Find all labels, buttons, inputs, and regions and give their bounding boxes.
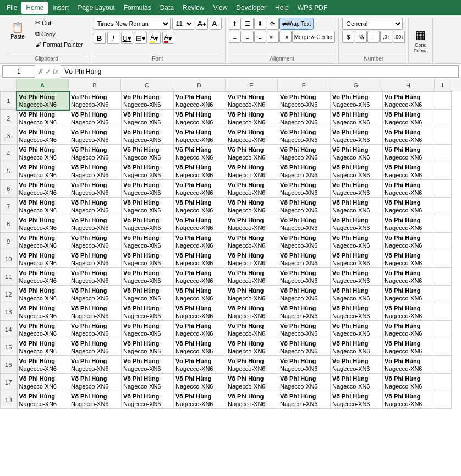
fx-icon[interactable]: fx [53,67,58,76]
col-header-I[interactable]: I [435,79,451,91]
cell-D4[interactable]: Võ Phi HùngNagecco-XN6 [174,145,226,162]
cell-G11[interactable]: Võ Phi HùngNagecco-XN6 [331,268,383,286]
cell-C4[interactable]: Võ Phi HùngNagecco-XN6 [122,145,174,162]
cell-F1[interactable]: Võ Phi HùngNagecco-XN6 [278,92,331,110]
paste-button[interactable]: 📋 Paste [7,18,29,44]
orientation-button[interactable]: ⟳ [267,18,279,30]
align-top-button[interactable]: ⬆ [229,18,241,30]
cell-H17[interactable]: Võ Phi HùngNagecco-XN6 [383,374,435,391]
cell-F13[interactable]: Võ Phi HùngNagecco-XN6 [278,303,331,321]
cell-A2[interactable]: Võ Phi HùngNagecco-XN6 [17,110,69,127]
cell-B6[interactable]: Võ Phi HùngNagecco-XN6 [69,180,122,198]
formula-input[interactable] [61,65,459,78]
font-size-decrease-button[interactable]: A- [210,18,222,30]
cell-H8[interactable]: Võ Phi HùngNagecco-XN6 [383,215,435,233]
cell-D6[interactable]: Võ Phi HùngNagecco-XN6 [174,180,226,198]
cell-A18[interactable]: Võ Phi HùngNagecco-XN6 [17,391,69,409]
align-right-button[interactable]: ≡ [254,31,266,43]
cell-C12[interactable]: Võ Phi HùngNagecco-XN6 [122,286,174,303]
cell-C18[interactable]: Võ Phi HùngNagecco-XN6 [122,391,174,409]
cell-H2[interactable]: Võ Phi HùngNagecco-XN6 [383,110,435,127]
cell-H13[interactable]: Võ Phi HùngNagecco-XN6 [383,303,435,321]
cell-B5[interactable]: Võ Phi HùngNagecco-XN6 [69,162,122,180]
cell-E6[interactable]: Võ Phi HùngNagecco-XN6 [226,180,278,198]
cell-H15[interactable]: Võ Phi HùngNagecco-XN6 [383,338,435,356]
cell-I3[interactable] [435,127,452,145]
cell-C2[interactable]: Võ Phi HùngNagecco-XN6 [122,110,174,127]
cell-F15[interactable]: Võ Phi HùngNagecco-XN6 [278,338,331,356]
cell-E18[interactable]: Võ Phi HùngNagecco-XN6 [226,391,278,409]
cell-F8[interactable]: Võ Phi HùngNagecco-XN6 [278,215,331,233]
cell-C6[interactable]: Võ Phi HùngNagecco-XN6 [122,180,174,198]
align-middle-button[interactable]: ☰ [242,18,254,30]
cell-I17[interactable] [435,374,452,391]
cell-B14[interactable]: Võ Phi HùngNagecco-XN6 [69,321,122,338]
decrease-indent-button[interactable]: ⇤ [267,31,279,43]
cell-F17[interactable]: Võ Phi HùngNagecco-XN6 [278,374,331,391]
cell-D15[interactable]: Võ Phi HùngNagecco-XN6 [174,338,226,356]
comma-button[interactable]: , [367,31,380,43]
cell-A13[interactable]: Võ Phi HùngNagecco-XN6 [17,303,69,321]
fill-color-button[interactable]: A▾ [149,32,161,44]
font-family-select[interactable]: Times New Roman [94,18,171,30]
cell-I8[interactable] [435,215,452,233]
cell-B11[interactable]: Võ Phi HùngNagecco-XN6 [69,268,122,286]
cell-E9[interactable]: Võ Phi HùngNagecco-XN6 [226,233,278,250]
cell-I14[interactable] [435,321,452,338]
cell-I11[interactable] [435,268,452,286]
cell-G18[interactable]: Võ Phi HùngNagecco-XN6 [331,391,383,409]
cell-E1[interactable]: Võ Phi HùngNagecco-XN6 [226,92,278,110]
cell-C13[interactable]: Võ Phi HùngNagecco-XN6 [122,303,174,321]
menu-file[interactable]: File [2,2,21,14]
cell-E17[interactable]: Võ Phi HùngNagecco-XN6 [226,374,278,391]
menu-formulas[interactable]: Formulas [119,2,156,14]
cell-H9[interactable]: Võ Phi HùngNagecco-XN6 [383,233,435,250]
col-header-E[interactable]: E [226,79,278,91]
cell-F4[interactable]: Võ Phi HùngNagecco-XN6 [278,145,331,162]
cell-G1[interactable]: Võ Phi HùngNagecco-XN6 [331,92,383,110]
cell-G7[interactable]: Võ Phi HùngNagecco-XN6 [331,198,383,215]
cell-H3[interactable]: Võ Phi HùngNagecco-XN6 [383,127,435,145]
font-size-select[interactable]: 11 [172,18,194,30]
copy-button[interactable]: ⧉ Copy [32,29,86,39]
menu-home[interactable]: Home [21,2,48,14]
menu-view[interactable]: View [209,2,232,14]
align-center-button[interactable]: ≡ [242,31,254,43]
underline-button[interactable]: U▾ [121,32,133,44]
cell-E14[interactable]: Võ Phi HùngNagecco-XN6 [226,321,278,338]
cell-B18[interactable]: Võ Phi HùngNagecco-XN6 [69,391,122,409]
cell-H5[interactable]: Võ Phi HùngNagecco-XN6 [383,162,435,180]
cell-B7[interactable]: Võ Phi HùngNagecco-XN6 [69,198,122,215]
cell-B2[interactable]: Võ Phi HùngNagecco-XN6 [69,110,122,127]
font-color-button[interactable]: A▾ [162,32,174,44]
cell-D7[interactable]: Võ Phi HùngNagecco-XN6 [174,198,226,215]
cell-F11[interactable]: Võ Phi HùngNagecco-XN6 [278,268,331,286]
cell-H12[interactable]: Võ Phi HùngNagecco-XN6 [383,286,435,303]
cell-A14[interactable]: Võ Phi HùngNagecco-XN6 [17,321,69,338]
cell-D10[interactable]: Võ Phi HùngNagecco-XN6 [174,250,226,268]
cell-G14[interactable]: Võ Phi HùngNagecco-XN6 [331,321,383,338]
cell-E11[interactable]: Võ Phi HùngNagecco-XN6 [226,268,278,286]
cell-H6[interactable]: Võ Phi HùngNagecco-XN6 [383,180,435,198]
cell-E3[interactable]: Võ Phi HùngNagecco-XN6 [226,127,278,145]
cell-E10[interactable]: Võ Phi HùngNagecco-XN6 [226,250,278,268]
cell-G10[interactable]: Võ Phi HùngNagecco-XN6 [331,250,383,268]
decimal-increase-button[interactable]: .0↑ [380,31,392,43]
cell-D14[interactable]: Võ Phi HùngNagecco-XN6 [174,321,226,338]
cancel-formula-icon[interactable]: ✗ [37,67,44,76]
cell-I10[interactable] [435,250,452,268]
cell-I1[interactable] [435,92,452,110]
cell-C1[interactable]: Võ Phi HùngNagecco-XN6 [122,92,174,110]
cell-I12[interactable] [435,286,452,303]
cell-A3[interactable]: Võ Phi HùngNagecco-XN6 [17,127,69,145]
cell-B9[interactable]: Võ Phi HùngNagecco-XN6 [69,233,122,250]
cell-I13[interactable] [435,303,452,321]
align-left-button[interactable]: ≡ [229,31,241,43]
cell-C15[interactable]: Võ Phi HùngNagecco-XN6 [122,338,174,356]
cell-A12[interactable]: Võ Phi HùngNagecco-XN6 [17,286,69,303]
bold-button[interactable]: B [94,32,106,44]
cell-B3[interactable]: Võ Phi HùngNagecco-XN6 [69,127,122,145]
col-header-C[interactable]: C [121,79,173,91]
cell-I2[interactable] [435,110,452,127]
align-bottom-button[interactable]: ⬇ [254,18,266,30]
